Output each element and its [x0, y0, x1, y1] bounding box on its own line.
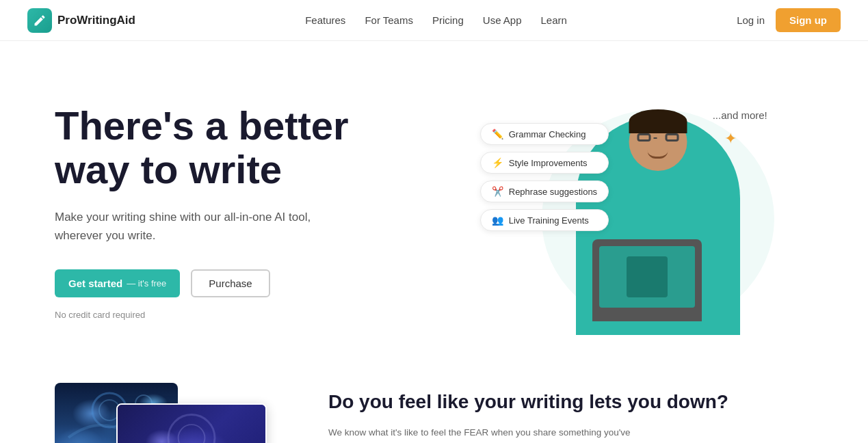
svg-point-3: [168, 415, 215, 443]
pill-grammar: ✏️ Grammar Checking: [480, 123, 609, 145]
svg-point-4: [179, 425, 205, 443]
person-head: [629, 113, 687, 171]
artwork-front: [116, 403, 267, 443]
hero-section: There's a better way to write Make your …: [0, 41, 868, 369]
no-credit-card-text: No credit card required: [55, 310, 421, 320]
signup-button[interactable]: Sign up: [776, 8, 841, 32]
pill-training-label: Live Training Events: [509, 215, 589, 226]
logo-svg: [33, 14, 47, 27]
nav-use-app[interactable]: Use App: [483, 14, 522, 26]
get-started-button[interactable]: Get started — it's free: [55, 269, 180, 297]
rephrase-icon: ✂️: [492, 186, 503, 197]
pill-style: ⚡ Style Improvements: [480, 152, 609, 174]
navbar-actions: Log in Sign up: [737, 8, 841, 32]
pill-grammar-label: Grammar Checking: [509, 129, 586, 139]
person-smile: [648, 150, 668, 159]
nav-features[interactable]: Features: [305, 14, 345, 26]
logo[interactable]: ProWritingAid: [27, 8, 135, 33]
hero-content: There's a better way to write Make your …: [55, 104, 421, 320]
login-button[interactable]: Log in: [737, 14, 765, 26]
free-tag: — it's free: [127, 278, 166, 288]
nav-learn[interactable]: Learn: [541, 14, 567, 26]
feature-pills: ✏️ Grammar Checking ⚡ Style Improvements…: [480, 123, 609, 231]
person-hair: [629, 109, 687, 133]
navbar: ProWritingAid Features For Teams Pricing…: [0, 0, 868, 41]
nav-for-teams[interactable]: For Teams: [365, 14, 413, 26]
second-section-body: We know what it's like to feel the FEAR …: [328, 425, 657, 443]
pill-training: 👥 Live Training Events: [480, 209, 609, 231]
second-section-title: Do you feel like your writing lets you d…: [328, 390, 813, 414]
style-icon: ⚡: [492, 157, 503, 168]
hero-title-line1: There's a better: [55, 103, 349, 148]
second-section-content: Do you feel like your writing lets you d…: [328, 383, 813, 443]
pill-rephrase: ✂️ Rephrase suggestions: [480, 180, 609, 202]
artwork-front-svg: [118, 405, 265, 443]
logo-icon: [27, 8, 52, 33]
nav-pricing[interactable]: Pricing: [432, 14, 464, 26]
purchase-button[interactable]: Purchase: [191, 269, 269, 297]
laptop-body: [592, 239, 702, 321]
artwork-container: My idea in my head: [55, 383, 287, 443]
illustration-container: ✏️ Grammar Checking ⚡ Style Improvements…: [487, 89, 774, 335]
hero-buttons: Get started — it's free Purchase: [55, 269, 421, 297]
get-started-label: Get started: [68, 278, 122, 289]
training-icon: 👥: [492, 215, 503, 226]
hero-illustration: ✏️ Grammar Checking ⚡ Style Improvements…: [448, 82, 814, 342]
sparkle-icon: ✦: [724, 130, 737, 148]
laptop-screen: [599, 246, 695, 308]
glasses-right: [665, 133, 679, 142]
pill-rephrase-label: Rephrase suggestions: [509, 187, 597, 197]
logo-text: ProWritingAid: [57, 14, 135, 27]
glasses-left: [637, 133, 650, 142]
hero-subtitle: Make your writing shine with our all-in-…: [55, 208, 315, 245]
navbar-links: Features For Teams Pricing Use App Learn: [305, 14, 567, 26]
hero-title-line2: way to write: [55, 147, 282, 191]
grammar-icon: ✏️: [492, 129, 503, 139]
glasses-bridge: [653, 137, 657, 139]
second-section: My idea in my head Do you feel like your…: [0, 369, 868, 443]
and-more-label: ...and more!: [713, 109, 767, 121]
hero-title: There's a better way to write: [55, 104, 421, 191]
screen-content: [627, 256, 668, 297]
pill-style-label: Style Improvements: [509, 158, 588, 168]
